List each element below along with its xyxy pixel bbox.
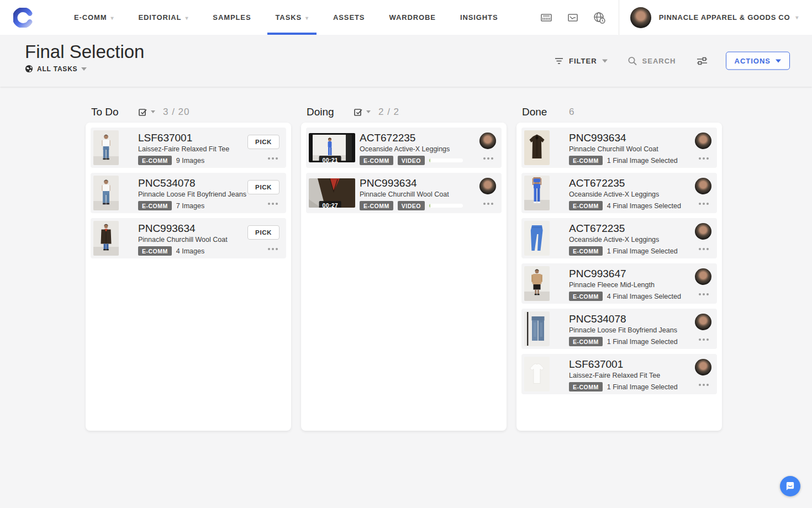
column-title: To Do — [91, 106, 138, 118]
e-comm-badge: E-COMM — [569, 337, 603, 346]
assignee-avatar — [695, 359, 711, 375]
nav-item-label: EDITORIAL — [138, 13, 181, 22]
chat-launcher-button[interactable] — [780, 476, 800, 496]
card-product-name: Laissez-Faire Relaxed Fit Tee — [569, 372, 678, 379]
caret-down-icon — [602, 59, 608, 62]
caret-down-icon — [366, 110, 371, 113]
column-header: Done6 — [516, 101, 722, 123]
e-comm-badge: E-COMM — [569, 382, 603, 391]
activity-icon[interactable] — [566, 10, 580, 25]
task-card[interactable]: LSF637001Laissez-Faire Relaxed Fit TeeE-… — [521, 354, 717, 394]
e-comm-badge: E-COMM — [569, 156, 603, 165]
column-header: To Do3 / 20 — [86, 101, 291, 123]
card-text: PNC534078Pinnacle Loose Fit Boyfriend Je… — [569, 313, 678, 346]
card-menu-button[interactable] — [699, 246, 709, 252]
card-thumbnail — [524, 130, 550, 165]
card-meta-row: E-COMMVIDEO — [360, 156, 463, 165]
pick-button[interactable]: PICK — [247, 225, 280, 240]
card-text: ACT672235Oceanside Active-X LeggingsE-CO… — [569, 223, 678, 256]
task-card[interactable]: LSF637001Laissez-Faire Relaxed Fit TeeE-… — [91, 128, 286, 168]
nav-item-editorial[interactable]: EDITORIAL▾ — [126, 0, 201, 35]
filter-button[interactable]: FILTER — [554, 56, 608, 65]
card-menu-button[interactable] — [268, 246, 278, 252]
search-button[interactable]: SEARCH — [628, 56, 676, 66]
card-text: LSF637001Laissez-Faire Relaxed Fit TeeE-… — [569, 358, 678, 391]
card-menu-button[interactable] — [699, 292, 709, 297]
video-progress-bar — [429, 158, 463, 162]
card-meta-text: 4 Final Images Selected — [607, 293, 681, 300]
card-code: PNC993647 — [569, 268, 678, 279]
globe-clock-icon[interactable] — [592, 10, 607, 25]
task-card[interactable]: PNC534078Pinnacle Loose Fit Boyfriend Je… — [521, 309, 717, 349]
card-code: PNC534078 — [569, 313, 678, 325]
card-thumbnail — [93, 221, 119, 256]
top-nav: E-COMM▾EDITORIAL▾SAMPLESTASKS▾ASSETSWARD… — [0, 0, 812, 35]
nav-item-tasks[interactable]: TASKS▾ — [263, 0, 321, 35]
chevron-down-icon: ▾ — [795, 14, 799, 20]
task-card[interactable]: ACT672235Oceanside Active-X LeggingsE-CO… — [521, 173, 717, 213]
nav-item-label: ASSETS — [333, 13, 365, 22]
task-card[interactable]: PNC993634Pinnacle Churchill Wool CoatE-C… — [91, 218, 286, 258]
task-card[interactable]: 00:21ACT672235Oceanside Active-X Legging… — [306, 128, 502, 168]
card-meta-row: E-COMM1 Final Image Selected — [569, 246, 678, 256]
nav-item-samples[interactable]: SAMPLES — [201, 0, 263, 35]
card-code: LSF637001 — [569, 358, 678, 370]
card-thumbnail — [93, 176, 119, 210]
card-product-name: Pinnacle Churchill Wool Coat — [138, 236, 247, 244]
card-meta-row: E-COMM7 Images — [138, 201, 247, 210]
column-count: 6 — [569, 107, 574, 118]
pick-button[interactable]: PICK — [247, 135, 280, 149]
card-menu-button[interactable] — [699, 337, 709, 342]
nav-item-wardrobe[interactable]: WARDROBE — [377, 0, 447, 35]
assignee-avatar — [479, 133, 496, 149]
actions-button[interactable]: ACTIONS — [726, 52, 790, 70]
nav-item-e-comm[interactable]: E-COMM▾ — [62, 0, 126, 35]
card-menu-button[interactable] — [483, 201, 493, 207]
sliders-icon — [696, 55, 708, 66]
column-select-menu[interactable] — [138, 107, 155, 117]
search-icon — [628, 56, 637, 66]
org-switcher[interactable]: PINNACLE APPAREL & GOODS CO ▾ — [659, 13, 799, 22]
task-card[interactable]: ACT672235Oceanside Active-X LeggingsE-CO… — [521, 218, 717, 258]
column-card-list: 00:21ACT672235Oceanside Active-X Legging… — [301, 123, 507, 431]
barcode-icon[interactable] — [539, 10, 553, 25]
card-menu-button[interactable] — [483, 156, 493, 161]
card-meta-row: E-COMM4 Images — [138, 246, 247, 256]
card-menu-button[interactable] — [699, 382, 709, 388]
nav-item-insights[interactable]: INSIGHTS — [448, 0, 510, 35]
card-thumbnail: 00:27 — [309, 178, 355, 208]
card-product-name: Oceanside Active-X Leggings — [569, 236, 678, 244]
column-select-menu[interactable] — [354, 107, 371, 117]
e-comm-badge: E-COMM — [138, 201, 172, 210]
nav-item-assets[interactable]: ASSETS — [321, 0, 377, 35]
card-text: ACT672235Oceanside Active-X LeggingsE-CO… — [360, 132, 463, 165]
task-card[interactable]: PNC993647Pinnacle Fleece Mid-LengthE-COM… — [521, 263, 717, 304]
card-meta-row: E-COMMVIDEO — [360, 201, 463, 210]
nav-right: PINNACLE APPAREL & GOODS CO ▾ — [527, 0, 799, 35]
assignee-avatar — [695, 268, 711, 285]
card-meta-row: E-COMM4 Final Images Selected — [569, 292, 678, 301]
view-settings-button[interactable] — [696, 55, 708, 66]
user-avatar[interactable] — [630, 7, 651, 28]
card-thumbnail — [524, 176, 550, 210]
card-menu-button[interactable] — [268, 156, 278, 161]
task-card[interactable]: PNC993634Pinnacle Churchill Wool CoatE-C… — [521, 128, 717, 168]
card-code: ACT672235 — [569, 223, 678, 234]
e-comm-badge: E-COMM — [138, 246, 172, 256]
checkbox-check-icon — [354, 107, 363, 117]
scope-label: ALL TASKS — [37, 65, 77, 73]
card-menu-button[interactable] — [699, 201, 709, 207]
chevron-down-icon: ▾ — [305, 15, 309, 21]
actions-label: ACTIONS — [735, 57, 771, 65]
card-text: LSF637001Laissez-Faire Relaxed Fit TeeE-… — [138, 132, 247, 165]
column-to-do: To Do3 / 20LSF637001Laissez-Faire Relaxe… — [86, 101, 291, 431]
card-menu-button[interactable] — [268, 201, 278, 207]
pick-button[interactable]: PICK — [247, 180, 280, 194]
task-card[interactable]: 00:27PNC993634Pinnacle Churchill Wool Co… — [306, 173, 502, 213]
card-code: PNC993634 — [360, 177, 463, 189]
task-card[interactable]: PNC534078Pinnacle Loose Fit Boyfriend Je… — [91, 173, 286, 213]
video-progress-bar — [429, 204, 463, 208]
card-menu-button[interactable] — [699, 156, 709, 161]
caret-down-icon — [776, 59, 781, 62]
app-logo[interactable] — [13, 8, 33, 28]
